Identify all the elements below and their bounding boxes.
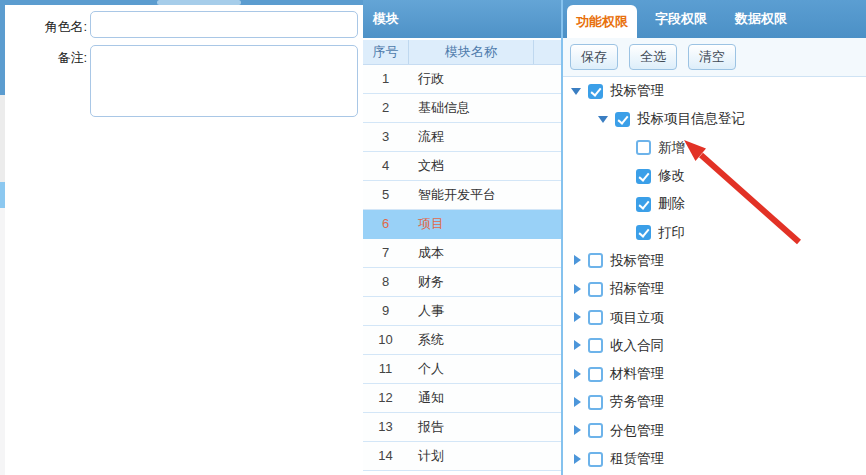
tree-node[interactable]: 收入合同 (563, 332, 866, 360)
checkbox-checked[interactable] (636, 197, 651, 212)
chevron-down-icon[interactable] (596, 112, 615, 127)
module-row-name: 基础信息 (408, 94, 561, 122)
module-panel-title: 模块 (363, 0, 561, 38)
permissions-tabbar: 功能权限字段权限数据权限 (563, 0, 866, 38)
tree-node-label: 收入合同 (610, 337, 664, 355)
module-row-name: 计划 (408, 442, 561, 470)
module-row-name: 财务 (408, 268, 561, 296)
toolbar-button[interactable]: 清空 (688, 44, 736, 70)
module-row-number: 13 (363, 413, 408, 441)
module-row-name: 报告 (408, 413, 561, 441)
module-row-name: 成本 (408, 239, 561, 267)
module-table-row[interactable]: 13报告 (363, 413, 561, 442)
module-table-body: 1行政2基础信息3流程4文档5智能开发平台6项目7成本8财务9人事10系统11个… (363, 65, 561, 471)
module-row-number: 3 (363, 123, 408, 151)
module-table-row[interactable]: 3流程 (363, 123, 561, 152)
checkbox-unchecked[interactable] (588, 452, 603, 467)
chevron-right-icon[interactable] (569, 423, 588, 438)
tab-inactive[interactable]: 字段权限 (645, 0, 717, 38)
tree-node[interactable]: 投标管理 (563, 247, 866, 275)
module-row-number: 4 (363, 152, 408, 180)
module-row-number: 14 (363, 442, 408, 470)
module-table-row[interactable]: 4文档 (363, 152, 561, 181)
tree-node[interactable]: 材料管理 (563, 360, 866, 388)
chevron-right-icon[interactable] (569, 367, 588, 382)
checkbox-unchecked[interactable] (588, 253, 603, 268)
tree-node-label: 分包管理 (610, 422, 664, 440)
toolbar-button[interactable]: 全选 (629, 44, 677, 70)
module-table-row[interactable]: 8财务 (363, 268, 561, 297)
tree-node[interactable]: 分包管理 (563, 417, 866, 445)
checkbox-checked[interactable] (636, 169, 651, 184)
chevron-right-icon[interactable] (569, 310, 588, 325)
module-table-header: 序号 模块名称 (363, 38, 561, 65)
module-row-name: 通知 (408, 384, 561, 412)
column-header-no[interactable]: 序号 (363, 40, 409, 64)
module-row-number: 11 (363, 355, 408, 383)
remark-label: 备注: (7, 49, 87, 67)
checkbox-checked[interactable] (588, 84, 603, 99)
tree-node[interactable]: 打印 (563, 218, 866, 246)
tree-node[interactable]: 项目立项 (563, 303, 866, 331)
module-row-name: 行政 (408, 65, 561, 93)
module-table-row[interactable]: 11个人 (363, 355, 561, 384)
checkbox-unchecked[interactable] (588, 310, 603, 325)
checkbox-unchecked[interactable] (636, 140, 651, 155)
chevron-right-icon[interactable] (569, 452, 588, 467)
tree-node[interactable]: 投标管理 (563, 77, 866, 105)
module-table-row[interactable]: 2基础信息 (363, 94, 561, 123)
tree-node[interactable]: 修改 (563, 162, 866, 190)
module-row-number: 9 (363, 297, 408, 325)
tree-node[interactable]: 删除 (563, 190, 866, 218)
tree-node[interactable]: 劳务管理 (563, 388, 866, 416)
module-row-number: 1 (363, 65, 408, 93)
tree-node-label: 修改 (658, 167, 685, 185)
module-row-number: 5 (363, 181, 408, 209)
tree-node-label: 材料管理 (610, 365, 664, 383)
module-table-row[interactable]: 12通知 (363, 384, 561, 413)
chevron-right-icon[interactable] (569, 395, 588, 410)
module-row-name: 项目 (408, 210, 561, 238)
checkbox-unchecked[interactable] (588, 423, 603, 438)
checkbox-unchecked[interactable] (588, 282, 603, 297)
module-table-row[interactable]: 9人事 (363, 297, 561, 326)
tree-node[interactable]: 投标项目信息登记 (563, 105, 866, 133)
chevron-right-icon[interactable] (569, 282, 588, 297)
module-row-number: 6 (363, 210, 408, 238)
module-row-number: 2 (363, 94, 408, 122)
module-panel: 模块 序号 模块名称 1行政2基础信息3流程4文档5智能开发平台6项目7成本8财… (363, 0, 563, 475)
tree-node[interactable]: 租赁管理 (563, 445, 866, 473)
permissions-tree: 投标管理投标项目信息登记新增修改删除打印投标管理招标管理项目立项收入合同材料管理… (563, 77, 866, 475)
module-row-name: 系统 (408, 326, 561, 354)
tab-inactive[interactable]: 数据权限 (725, 0, 797, 38)
checkbox-checked[interactable] (636, 225, 651, 240)
checkbox-unchecked[interactable] (588, 395, 603, 410)
chevron-down-icon[interactable] (569, 84, 588, 99)
module-row-number: 10 (363, 326, 408, 354)
column-header-name[interactable]: 模块名称 (409, 40, 534, 64)
tree-node[interactable]: 新增 (563, 134, 866, 162)
role-name-label: 角色名: (7, 18, 87, 36)
module-table-row[interactable]: 5智能开发平台 (363, 181, 561, 210)
role-name-input[interactable] (90, 11, 358, 38)
chevron-right-icon[interactable] (569, 253, 588, 268)
tree-node[interactable]: 招标管理 (563, 275, 866, 303)
checkbox-unchecked[interactable] (588, 338, 603, 353)
module-table-row[interactable]: 6项目 (363, 210, 561, 239)
checkbox-checked[interactable] (615, 112, 630, 127)
chevron-right-icon[interactable] (569, 338, 588, 353)
remark-textarea[interactable] (90, 45, 358, 117)
module-table-row[interactable]: 14计划 (363, 442, 561, 471)
tree-node-label: 项目立项 (610, 309, 664, 327)
module-row-number: 12 (363, 384, 408, 412)
tree-node-label: 劳务管理 (610, 393, 664, 411)
module-table-row[interactable]: 1行政 (363, 65, 561, 94)
module-row-name: 智能开发平台 (408, 181, 561, 209)
module-table-row[interactable]: 10系统 (363, 326, 561, 355)
module-table-row[interactable]: 7成本 (363, 239, 561, 268)
tree-node-label: 投标管理 (610, 82, 664, 100)
checkbox-unchecked[interactable] (588, 367, 603, 382)
tree-node-label: 租赁管理 (610, 450, 664, 468)
tab-active[interactable]: 功能权限 (567, 5, 637, 38)
toolbar-button[interactable]: 保存 (570, 44, 618, 70)
